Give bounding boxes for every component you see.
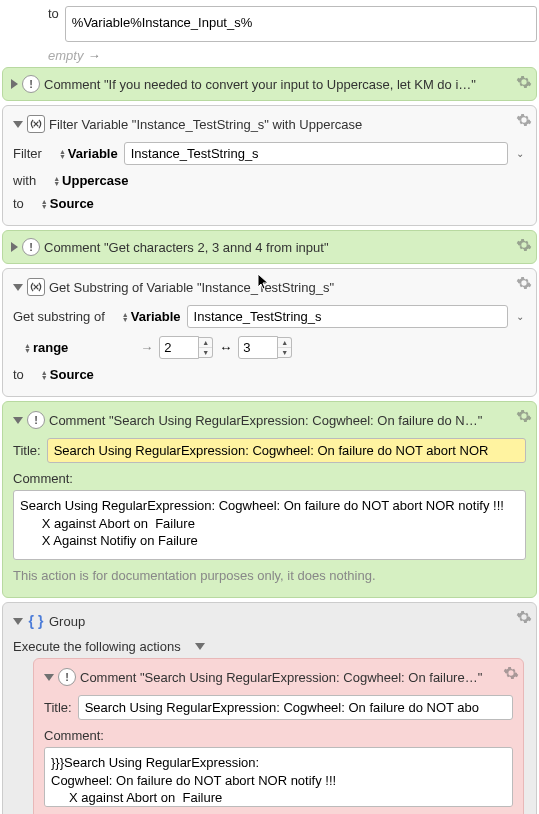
gear-icon[interactable]: [503, 665, 519, 681]
comment-body-textarea[interactable]: [13, 490, 526, 560]
action-title: Comment "Get characters 2, 3 annd 4 from…: [44, 240, 528, 255]
to-label: to: [13, 196, 24, 211]
arrow-right-icon: →: [140, 340, 153, 355]
action-group[interactable]: { } Group Execute the following actions …: [2, 602, 537, 814]
disclosure-icon[interactable]: [13, 417, 23, 424]
disclosure-icon[interactable]: [13, 618, 23, 625]
to-label: to: [48, 6, 59, 21]
action-title: Comment "Search Using RegularExpression:…: [49, 413, 526, 428]
doc-note: This action is for documentation purpose…: [13, 568, 526, 583]
gear-icon[interactable]: [516, 74, 532, 90]
title-label: Title:: [13, 443, 41, 458]
substring-target-selector[interactable]: Variable: [111, 309, 181, 324]
step-up-icon[interactable]: ▲: [278, 338, 291, 348]
get-substring-label: Get substring of: [13, 309, 105, 324]
comment-label: Comment:: [13, 471, 73, 486]
range-from-input[interactable]: [159, 336, 199, 359]
variable-icon: [27, 115, 45, 133]
empty-hint: empty: [48, 48, 83, 63]
gear-icon[interactable]: [516, 609, 532, 625]
dropdown-icon[interactable]: ⌄: [514, 311, 526, 322]
comment-title-input[interactable]: Search Using RegularExpression: Cogwheel…: [47, 438, 526, 463]
comment-icon: !: [58, 668, 76, 686]
action-comment-uppercase[interactable]: ! Comment "If you needed to convert your…: [2, 67, 537, 101]
substring-variable-input[interactable]: [187, 305, 508, 328]
filter-label: Filter: [13, 146, 42, 161]
disclosure-icon[interactable]: [195, 643, 205, 650]
filter-variable-input[interactable]: [124, 142, 508, 165]
to-selector[interactable]: Source: [30, 196, 94, 211]
range-selector[interactable]: range: [13, 340, 68, 355]
range-to-input[interactable]: [238, 336, 278, 359]
disclosure-icon[interactable]: [11, 242, 18, 252]
action-comment-getchars[interactable]: ! Comment "Get characters 2, 3 annd 4 fr…: [2, 230, 537, 264]
gear-icon[interactable]: [516, 237, 532, 253]
gear-icon[interactable]: [516, 408, 532, 424]
disclosure-icon[interactable]: [44, 674, 54, 681]
range-from-stepper[interactable]: ▲▼: [159, 336, 213, 359]
arrow-right-icon: →: [87, 48, 100, 63]
step-up-icon[interactable]: ▲: [199, 338, 212, 348]
disclosure-icon[interactable]: [13, 284, 23, 291]
comment-body-textarea[interactable]: [44, 747, 513, 807]
action-filter-variable[interactable]: Filter Variable "Instance_TestString_s" …: [2, 105, 537, 226]
comment-label: Comment:: [44, 728, 104, 743]
filter-target-selector[interactable]: Variable: [48, 146, 118, 161]
action-title: Filter Variable "Instance_TestString_s" …: [49, 117, 526, 132]
disclosure-icon[interactable]: [13, 121, 23, 128]
action-title: Get Substring of Variable "Instance_Test…: [49, 280, 526, 295]
dropdown-icon[interactable]: ⌄: [514, 148, 526, 159]
to-value-input[interactable]: %Variable%Instance_Input_s%: [65, 6, 537, 42]
title-label: Title:: [44, 700, 72, 715]
action-get-substring[interactable]: Get Substring of Variable "Instance_Test…: [2, 268, 537, 397]
action-title: Comment "If you needed to convert your i…: [44, 77, 528, 92]
step-down-icon[interactable]: ▼: [199, 348, 212, 357]
range-bidir-icon: ↔: [219, 340, 232, 355]
execute-label: Execute the following actions: [13, 639, 181, 654]
variable-icon: [27, 278, 45, 296]
comment-icon: !: [22, 238, 40, 256]
comment-title-input[interactable]: Search Using RegularExpression: Cogwheel…: [78, 695, 513, 720]
with-label: with: [13, 173, 36, 188]
action-title: Comment "Search Using RegularExpression:…: [80, 670, 513, 685]
disclosure-icon[interactable]: [11, 79, 18, 89]
action-comment-regex2[interactable]: ! Comment "Search Using RegularExpressio…: [33, 658, 524, 814]
comment-icon: !: [27, 411, 45, 429]
to-label: to: [13, 367, 24, 382]
step-down-icon[interactable]: ▼: [278, 348, 291, 357]
gear-icon[interactable]: [516, 112, 532, 128]
range-to-stepper[interactable]: ▲▼: [238, 336, 292, 359]
gear-icon[interactable]: [516, 275, 532, 291]
action-title: Group: [49, 614, 526, 629]
to-selector[interactable]: Source: [30, 367, 94, 382]
to-value-text: %Variable%Instance_Input_s%: [72, 15, 252, 30]
comment-icon: !: [22, 75, 40, 93]
group-icon: { }: [27, 612, 45, 630]
action-comment-regex1[interactable]: ! Comment "Search Using RegularExpressio…: [2, 401, 537, 598]
with-selector[interactable]: Uppercase: [42, 173, 128, 188]
